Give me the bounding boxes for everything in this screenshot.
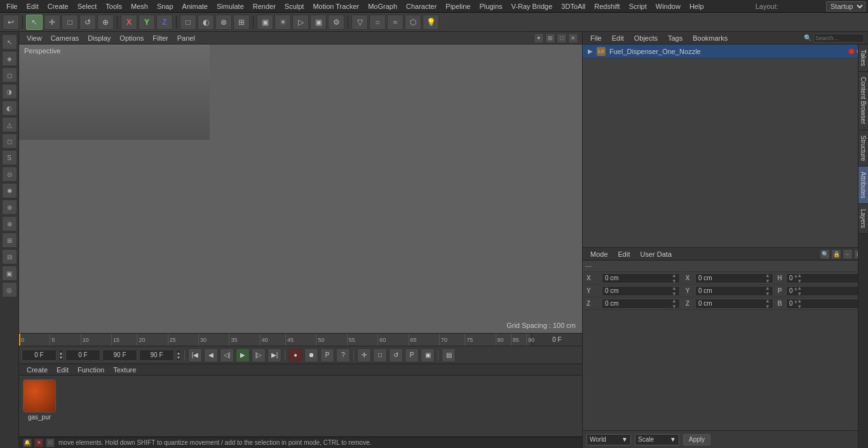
menu-simulate[interactable]: Simulate [213, 1, 248, 11]
tab-takes[interactable]: Takes [858, 44, 868, 72]
spline-button[interactable]: ◐ [198, 15, 214, 30]
light-button[interactable]: ☀ [275, 15, 291, 30]
status-close-btn[interactable]: ✕ [34, 438, 43, 447]
viewport-canvas[interactable]: X Y Z Grid Spacing : 100 cm [19, 44, 582, 333]
menu-select[interactable]: Select [74, 1, 101, 11]
keyframe-button[interactable]: P [320, 348, 334, 362]
tab-structure[interactable]: Structure [858, 130, 868, 167]
menu-sculpt[interactable]: Sculpt [281, 1, 308, 11]
fog-button[interactable]: ≈ [387, 15, 403, 30]
viewport-corner-btn-1[interactable]: ✦ [534, 33, 544, 43]
left-tool-2[interactable]: ◻ [2, 67, 17, 83]
attr-b-spinner[interactable]: ▲▼ [797, 298, 802, 309]
viewport-menu-cameras[interactable]: Cameras [47, 33, 83, 43]
left-tool-8[interactable]: ⊙ [2, 166, 17, 182]
viewport-menu-panel[interactable]: Panel [173, 33, 199, 43]
object-manager-content[interactable]: ▶ L0 Fuel_Dispenser_One_Nozzle [583, 44, 868, 247]
attr-x-pos-spinner[interactable]: ▲▼ [672, 273, 677, 284]
viewport-menu-options[interactable]: Options [116, 33, 147, 43]
scale-tool-button[interactable]: □ [62, 15, 78, 30]
left-tool-4[interactable]: ◐ [2, 100, 17, 116]
material-item[interactable]: gas_pur [23, 379, 56, 421]
status-icon-1[interactable]: 🔔 [23, 438, 32, 447]
viewport-menu-display[interactable]: Display [84, 33, 114, 43]
menu-edit[interactable]: Edit [23, 1, 43, 11]
viewport-menu-filter[interactable]: Filter [149, 33, 172, 43]
attr-x-rot-field[interactable]: 0 cm ▲▼ [695, 273, 773, 283]
menu-help[interactable]: Help [686, 1, 708, 11]
back-button[interactable]: ◁| [220, 348, 234, 362]
current-frame-field[interactable]: 0 F [22, 350, 57, 361]
attr-y-pos-spinner[interactable]: ▲▼ [672, 285, 677, 297]
viewport[interactable]: View Cameras Display Options Filter Pane… [19, 32, 582, 333]
camera-button[interactable]: ▣ [257, 15, 273, 30]
left-tool-10[interactable]: ⊛ [2, 200, 17, 215]
render-settings-button[interactable]: ⚙ [328, 15, 344, 30]
left-tool-12[interactable]: ⊞ [2, 233, 17, 248]
menu-create[interactable]: Create [44, 1, 72, 11]
min-frame-field[interactable]: 0 F [65, 350, 100, 361]
attr-z-pos-field[interactable]: 0 cm ▲▼ [602, 299, 680, 309]
attr-h-field[interactable]: 0 ° ▲▼ [786, 273, 864, 283]
frame-spinner[interactable]: ▲ ▼ [58, 350, 64, 361]
mat-menu-create[interactable]: Create [23, 365, 51, 375]
pla-key-button[interactable]: ▣ [421, 348, 435, 362]
obj-search-input[interactable] [813, 34, 864, 43]
menu-window[interactable]: Window [652, 1, 684, 11]
menu-file[interactable]: File [3, 1, 22, 11]
param-key-button[interactable]: P [405, 348, 419, 362]
tab-content-browser[interactable]: Content Browser [858, 72, 868, 130]
left-tool-13[interactable]: ⊟ [2, 249, 17, 264]
menu-mograph[interactable]: MoGraph [364, 1, 401, 11]
floor-button[interactable]: ▽ [351, 15, 368, 30]
attr-b-field[interactable]: 0 ° ▲▼ [786, 299, 864, 309]
attr-x-rot-spinner[interactable]: ▲▼ [765, 273, 770, 284]
menu-script[interactable]: Script [625, 1, 651, 11]
menu-pipeline[interactable]: Pipeline [442, 1, 474, 11]
move-key-button[interactable]: ✛ [357, 348, 371, 362]
max-frame-field[interactable]: 90 F [102, 350, 137, 361]
attr-x-pos-field[interactable]: 0 cm ▲▼ [602, 273, 680, 283]
viewport-corner-btn-2[interactable]: ⊞ [545, 33, 555, 43]
menu-3dtoall[interactable]: 3DToAll [557, 1, 589, 11]
obj-expand-icon[interactable]: ▶ [588, 48, 593, 55]
left-tool-6[interactable]: ◻ [2, 133, 17, 149]
ipr-button[interactable]: ▣ [310, 15, 327, 30]
timeline-playhead[interactable] [19, 334, 20, 346]
mat-menu-edit[interactable]: Edit [53, 365, 72, 375]
left-tool-7[interactable]: S [2, 150, 17, 165]
attr-arrow-btn[interactable]: ← [843, 249, 853, 259]
left-tool-3[interactable]: ◑ [2, 84, 17, 99]
tab-attributes[interactable]: Attributes [858, 166, 868, 204]
viewport-corner-btn-3[interactable]: □ [557, 33, 567, 43]
obj-menu-file[interactable]: File [587, 33, 606, 43]
auto-key-button[interactable]: ⏺ [304, 348, 318, 362]
step-back-button[interactable]: ◀ [204, 348, 218, 362]
nurbs-button[interactable]: ⊗ [215, 15, 232, 30]
object-row-fuel[interactable]: ▶ L0 Fuel_Dispenser_One_Nozzle [583, 44, 868, 58]
menu-animate[interactable]: Animate [179, 1, 212, 11]
attr-p-spinner[interactable]: ▲▼ [797, 285, 802, 297]
menu-mesh[interactable]: Mesh [127, 1, 152, 11]
attr-y-rot-spinner[interactable]: ▲▼ [765, 285, 770, 297]
skybox-button[interactable]: ○ [369, 15, 386, 30]
attr-menu-edit[interactable]: Edit [614, 249, 634, 259]
fwd-button[interactable]: |▷ [252, 348, 266, 362]
menu-snap[interactable]: Snap [153, 1, 177, 11]
mat-menu-function[interactable]: Function [74, 365, 108, 375]
goto-start-button[interactable]: |◀ [188, 348, 202, 362]
menu-vray[interactable]: V-Ray Bridge [508, 1, 557, 11]
obj-dot-red[interactable] [848, 48, 855, 55]
obj-menu-bookmarks[interactable]: Bookmarks [689, 33, 731, 43]
obj-menu-edit[interactable]: Edit [608, 33, 628, 43]
y-axis-button[interactable]: Y [139, 15, 155, 30]
menu-plugins[interactable]: Plugins [475, 1, 506, 11]
obj-menu-objects[interactable]: Objects [630, 33, 661, 43]
scale-key-button[interactable]: □ [373, 348, 387, 362]
move-tool-button[interactable]: ✛ [44, 15, 60, 30]
timeline-view-button[interactable]: ▤ [442, 348, 456, 362]
render-view-button[interactable]: ▷ [292, 15, 309, 30]
left-tool-5[interactable]: △ [2, 117, 17, 132]
menu-tools[interactable]: Tools [102, 1, 126, 11]
rot-key-button[interactable]: ↺ [389, 348, 403, 362]
